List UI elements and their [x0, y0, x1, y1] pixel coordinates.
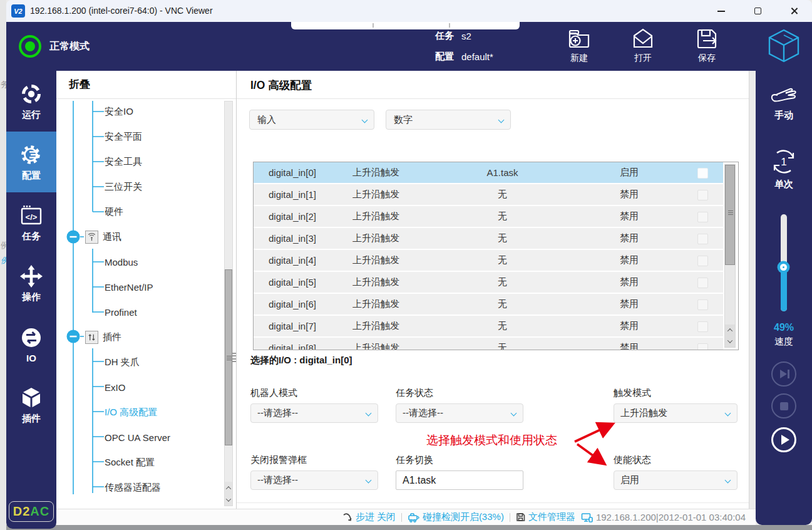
sidebar-item-label: 插件	[22, 413, 41, 425]
tree-item[interactable]: 传感器适配器	[105, 480, 161, 495]
scroll-down-button[interactable]	[225, 494, 232, 506]
io-table-row[interactable]: digital_in[6] 上升沿触发 无 禁用	[254, 294, 723, 314]
panel-splitter-handle[interactable]	[232, 353, 236, 363]
tree-item[interactable]: 安全IO	[105, 104, 133, 119]
io-table-row[interactable]: digital_in[1] 上升沿触发 无 禁用	[254, 184, 723, 205]
table-scrollbar[interactable]	[724, 164, 736, 348]
cell-enable-state: 禁用	[576, 254, 682, 266]
step-next-button[interactable]	[771, 361, 796, 387]
io-state-checkbox[interactable]	[697, 278, 708, 288]
io-state-checkbox[interactable]	[697, 343, 708, 350]
tree-item[interactable]: 通讯	[85, 229, 121, 244]
task-state-select[interactable]: --请选择--	[396, 403, 523, 423]
tree-item[interactable]: 插件	[85, 330, 121, 345]
io-table-row[interactable]: digital_in[3] 上升沿触发 无 禁用	[254, 228, 723, 249]
speed-slider-thumb[interactable]	[780, 264, 787, 271]
config-tree-panel: 折叠	[56, 71, 237, 509]
mode-label: 正常模式	[49, 22, 90, 71]
io-table-row[interactable]: digital_in[5] 上升沿触发 无 禁用	[254, 272, 723, 293]
cell-trigger-mode: 上升沿触发	[347, 232, 429, 244]
tree-item[interactable]: EtherNet/IP	[105, 279, 153, 294]
io-type-select[interactable]: 数字	[386, 110, 511, 130]
sidebar-item-task[interactable]: </> 任务	[6, 192, 56, 253]
io-state-checkbox[interactable]	[697, 168, 708, 179]
collision-detect-status[interactable]: 碰撞检测开启(33%)	[408, 511, 504, 523]
io-state-checkbox[interactable]	[697, 212, 708, 222]
scroll-down-button[interactable]	[725, 336, 735, 347]
open-button[interactable]: 打开	[624, 27, 662, 64]
io-table-row[interactable]: digital_in[4] 上升沿触发 无 禁用	[254, 250, 723, 271]
chevron-down-icon	[366, 477, 372, 484]
io-table-row[interactable]: digital_in[8] 上升沿触发 无 禁用	[254, 338, 723, 350]
tree-item[interactable]: ExIO	[105, 380, 125, 395]
single-run-button[interactable]: 1 单次	[756, 147, 812, 190]
cell-user-name: digital_in[1]	[254, 189, 347, 200]
minimize-button[interactable]	[703, 0, 739, 22]
tree-item[interactable]: Modbus	[105, 254, 138, 269]
tree-item-label: ExIO	[105, 382, 125, 393]
trigger-mode-select[interactable]: 上升沿触发	[614, 403, 737, 423]
tree-item[interactable]: Profinet	[105, 304, 137, 320]
file-manager-icon	[516, 512, 525, 522]
io-table-row[interactable]: digital_in[7] 上升沿触发 无 禁用	[254, 316, 723, 336]
tree-item[interactable]: 安全工具	[105, 154, 142, 169]
enable-state-select[interactable]: 启用	[614, 470, 737, 490]
scrollbar-grip	[227, 356, 232, 360]
manual-mode-button[interactable]: 手动	[756, 82, 812, 122]
play-button[interactable]	[771, 427, 796, 452]
io-table-row[interactable]: digital_in[2] 上升沿触发 无 禁用	[254, 206, 723, 227]
new-button[interactable]: 新建	[560, 27, 598, 64]
stop-button[interactable]	[771, 393, 796, 418]
close-button[interactable]	[776, 0, 812, 22]
io-table-row[interactable]: digital_in[0] 上升沿触发 A1.task 启用	[254, 162, 723, 183]
step-icon	[342, 512, 352, 522]
io-state-checkbox[interactable]	[697, 321, 708, 332]
sidebar-item-config[interactable]: 配置	[6, 132, 56, 192]
sidebar-item-io[interactable]: IO	[6, 314, 56, 375]
io-table-header	[253, 141, 722, 157]
scroll-up-button[interactable]	[225, 482, 232, 494]
io-state-checkbox[interactable]	[697, 234, 708, 244]
io-state-checkbox[interactable]	[697, 299, 708, 310]
io-direction-select[interactable]: 输入	[249, 110, 374, 130]
tree-item-label: 安全平面	[105, 131, 142, 143]
column-header	[428, 141, 575, 157]
tree-item-label: Modbus	[105, 257, 138, 268]
close-alarm-select[interactable]: --请选择--	[250, 470, 378, 490]
sidebar-item-plugin[interactable]: 插件	[6, 375, 56, 435]
tree-item[interactable]: I/O 高级配置	[105, 405, 157, 420]
step-mode-status[interactable]: 步进 关闭	[342, 511, 396, 523]
file-manager-button[interactable]: 文件管理器	[516, 511, 575, 523]
sidebar-item-operate[interactable]: 操作	[6, 253, 56, 314]
background-text-fragment: 例	[1, 255, 6, 266]
robot-mode-field: 机器人模式 --请选择--	[250, 387, 378, 423]
io-state-checkbox[interactable]	[697, 190, 708, 200]
robot-mode-select[interactable]: --请选择--	[250, 403, 378, 423]
divider	[401, 513, 402, 522]
tree-item[interactable]: OPC UA Server	[105, 430, 170, 445]
cell-io-state	[682, 254, 723, 266]
tree-item-label: 插件	[103, 331, 121, 343]
io-advanced-config-panel: I/O 高级配置 输入 数字 digital_in[0] 上升沿触发 A1.ta…	[237, 71, 749, 509]
mode-status-dot	[25, 41, 35, 51]
tree-item[interactable]: 安全平面	[105, 129, 142, 144]
collision-detect-text: 碰撞检测开启(33%)	[423, 511, 504, 523]
connection-address-time: 192.168.1.200|2012-01-01 03:40:04	[581, 512, 746, 522]
save-button[interactable]: 保存	[688, 27, 726, 64]
task-switch-input[interactable]: A1.task	[396, 470, 523, 490]
sidebar-item-run[interactable]: 运行	[6, 71, 56, 132]
tree-item[interactable]: DH 夹爪	[105, 355, 140, 370]
tree-item[interactable]: 硬件	[105, 204, 123, 219]
table-scrollbar-thumb[interactable]	[725, 165, 735, 265]
tree-item[interactable]: 三位开关	[105, 179, 142, 194]
scroll-up-button[interactable]	[725, 325, 735, 336]
io-table: digital_in[0] 上升沿触发 A1.task 启用 digital_i…	[253, 162, 739, 350]
maximize-button[interactable]	[739, 0, 776, 22]
tree-scrollbar-thumb[interactable]	[225, 269, 232, 445]
tree-item[interactable]: Socket 配置	[105, 455, 155, 470]
tree-item-label: 通讯	[103, 231, 121, 243]
io-state-checkbox[interactable]	[697, 256, 708, 266]
file-manager-text: 文件管理器	[528, 511, 575, 523]
skip-bar-icon	[788, 370, 789, 378]
tree-scrollbar[interactable]	[224, 101, 233, 506]
